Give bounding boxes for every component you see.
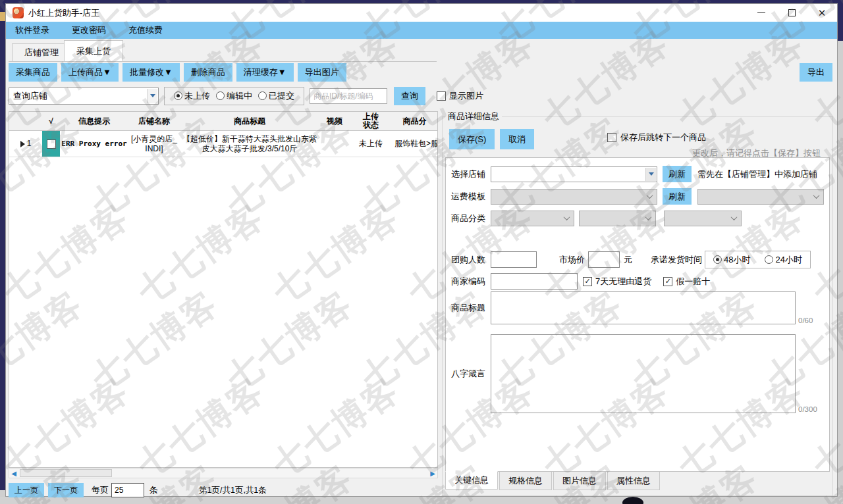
market-price-input[interactable] bbox=[588, 251, 620, 268]
show-images-checkbox[interactable]: 显示图片 bbox=[437, 90, 483, 102]
row-title-cell: 【超低价】新干蒜特大蒜头批发山东紫皮大蒜大蒜子批发/3/5/10斤 bbox=[180, 131, 319, 157]
prev-page-button[interactable]: 上一页 bbox=[9, 483, 44, 497]
clear-cache-button[interactable]: 清理缓存▼ bbox=[236, 63, 294, 82]
tab-collect-upload[interactable]: 采集上货 bbox=[64, 40, 123, 61]
menu-item-login[interactable]: 软件登录 bbox=[15, 24, 49, 36]
refresh-freight-button[interactable]: 刷新 bbox=[663, 188, 692, 205]
row-video-cell bbox=[319, 131, 350, 157]
freight-template-combobox-2[interactable] bbox=[697, 189, 824, 205]
radio-editing[interactable]: 编辑中 bbox=[216, 90, 252, 102]
category-level3-combobox[interactable] bbox=[664, 211, 742, 226]
desktop-edge-right bbox=[838, 0, 843, 41]
batch-edit-button[interactable]: 批量修改▼ bbox=[122, 63, 180, 82]
detail-bottom-tabs: 关键信息 规格信息 图片信息 属性信息 bbox=[445, 472, 661, 490]
desktop-edge-left bbox=[0, 0, 5, 490]
toolbar: 采集商品 上传商品▼ 批量修改▼ 删除商品 清理缓存▼ 导出图片 bbox=[9, 63, 346, 82]
query-button[interactable]: 查询 bbox=[394, 87, 425, 105]
detail-actions: 保存(S) 取消 bbox=[449, 129, 534, 149]
close-button[interactable]: ✕ bbox=[807, 4, 837, 22]
row-checkbox-icon[interactable] bbox=[47, 139, 56, 149]
tab-spec-info[interactable]: 规格信息 bbox=[499, 472, 552, 490]
delete-product-button[interactable]: 删除商品 bbox=[184, 63, 232, 82]
scrollbar-thumb[interactable] bbox=[20, 469, 112, 477]
detail-panel-title: 商品详细信息 bbox=[445, 111, 502, 122]
checkbox-icon bbox=[437, 91, 446, 101]
export-button[interactable]: 导出 bbox=[800, 63, 832, 82]
row-category-cell: 服饰鞋包>服 bbox=[392, 131, 437, 157]
chevron-down-icon bbox=[564, 214, 570, 220]
header-status[interactable]: 上传 状态 bbox=[350, 112, 392, 130]
row-checkbox-cell[interactable] bbox=[42, 131, 60, 157]
radio-not-uploaded[interactable]: 未上传 bbox=[174, 90, 210, 102]
fake-compensation-checkbox[interactable]: 假一赔十 bbox=[663, 276, 710, 288]
merchant-code-input[interactable] bbox=[491, 273, 578, 290]
radio-48h[interactable]: 48小时 bbox=[713, 254, 750, 266]
chevron-down-icon bbox=[731, 214, 738, 220]
product-title-label: 商品标题 bbox=[451, 302, 491, 314]
per-page-label: 每页 bbox=[92, 484, 109, 496]
delivery-time-group: 48小时 24小时 bbox=[705, 251, 811, 268]
title-char-counter: 0/60 bbox=[798, 316, 813, 324]
cancel-button[interactable]: 取消 bbox=[500, 129, 534, 149]
minimize-button[interactable] bbox=[746, 4, 776, 22]
jump-next-checkbox[interactable]: 保存后跳转下一个商品 bbox=[607, 132, 706, 143]
refresh-shop-button[interactable]: 刷新 bbox=[663, 166, 692, 182]
category-level2-combobox[interactable] bbox=[579, 211, 656, 226]
current-row-marker-icon bbox=[20, 141, 25, 147]
product-category-label: 商品分类 bbox=[451, 213, 491, 224]
freight-template-combobox[interactable] bbox=[491, 189, 657, 205]
radio-dot-icon bbox=[765, 255, 773, 264]
return-policy-checkbox[interactable]: 7天无理由退货 bbox=[583, 276, 651, 288]
app-logo-icon bbox=[13, 7, 24, 18]
tab-key-info[interactable]: 关键信息 bbox=[445, 471, 498, 490]
radio-dot-icon bbox=[258, 91, 267, 100]
shop-filter-value: 查询店铺 bbox=[13, 90, 47, 102]
radio-submitted[interactable]: 已提交 bbox=[258, 90, 294, 102]
next-page-button[interactable]: 下一页 bbox=[48, 483, 84, 497]
header-shop[interactable]: 店铺名称 bbox=[128, 112, 180, 130]
save-button[interactable]: 保存(S) bbox=[449, 129, 495, 149]
shop-filter-combobox[interactable]: 查询店铺 bbox=[9, 88, 159, 105]
combo-arrow-icon[interactable] bbox=[147, 89, 157, 103]
scroll-left-icon[interactable]: ◀ bbox=[9, 468, 18, 478]
taskbar-icon-hint bbox=[622, 497, 643, 504]
collect-product-button[interactable]: 采集商品 bbox=[9, 63, 57, 82]
header-title[interactable]: 商品标题 bbox=[180, 112, 319, 130]
header-info[interactable]: 信息提示 bbox=[60, 112, 128, 130]
product-title-textarea[interactable] bbox=[491, 291, 796, 324]
window-controls: ✕ bbox=[746, 4, 837, 22]
category-level1-combobox[interactable] bbox=[491, 211, 574, 226]
motto-label: 八字箴言 bbox=[451, 368, 491, 380]
freight-template-label: 运费模板 bbox=[451, 191, 491, 203]
header-check[interactable]: √ bbox=[42, 112, 60, 130]
menu-item-change-password[interactable]: 更改密码 bbox=[72, 24, 106, 36]
upload-product-button[interactable]: 上传商品▼ bbox=[61, 63, 119, 82]
scroll-right-icon[interactable]: ▶ bbox=[428, 468, 437, 478]
export-images-button[interactable]: 导出图片 bbox=[298, 63, 346, 82]
horizontal-scrollbar[interactable]: ◀ ▶ bbox=[9, 468, 438, 478]
header-video[interactable]: 视频 bbox=[319, 112, 350, 130]
group-size-input[interactable] bbox=[491, 251, 537, 268]
tab-shop-management[interactable]: 店铺管理 bbox=[12, 43, 71, 61]
status-radio-group: 未上传 编辑中 已提交 bbox=[164, 87, 304, 105]
header-category[interactable]: 商品分 bbox=[392, 112, 437, 130]
menu-item-recharge[interactable]: 充值续费 bbox=[128, 24, 163, 36]
product-detail-panel: 商品详细信息 保存(S) 取消 保存后跳转下一个商品 更改后，请记得点击【保存】… bbox=[442, 111, 833, 496]
combo-arrow-icon[interactable] bbox=[645, 168, 656, 181]
maximize-button[interactable] bbox=[776, 4, 807, 22]
main-tabstrip: 店铺管理 采集上货 bbox=[9, 40, 437, 62]
chevron-down-icon bbox=[645, 214, 652, 220]
tab-image-info[interactable]: 图片信息 bbox=[553, 472, 606, 490]
motto-textarea[interactable] bbox=[491, 334, 796, 413]
per-page-input[interactable] bbox=[111, 483, 144, 497]
radio-24h[interactable]: 24小时 bbox=[765, 254, 802, 266]
per-page-unit: 条 bbox=[150, 484, 158, 496]
maximize-icon bbox=[788, 9, 796, 16]
table-row[interactable]: 1 ERR Proxy error [小青灵的店_INDI] 【超低价】新干蒜特… bbox=[9, 131, 437, 157]
tab-attribute-info[interactable]: 属性信息 bbox=[607, 472, 660, 490]
select-shop-combobox[interactable] bbox=[491, 166, 657, 182]
checkbox-checked-icon bbox=[663, 277, 672, 286]
window-title: 小红上货助手-店王 bbox=[28, 7, 99, 19]
product-search-input[interactable] bbox=[310, 88, 387, 104]
motto-char-counter: 0/300 bbox=[798, 405, 817, 413]
